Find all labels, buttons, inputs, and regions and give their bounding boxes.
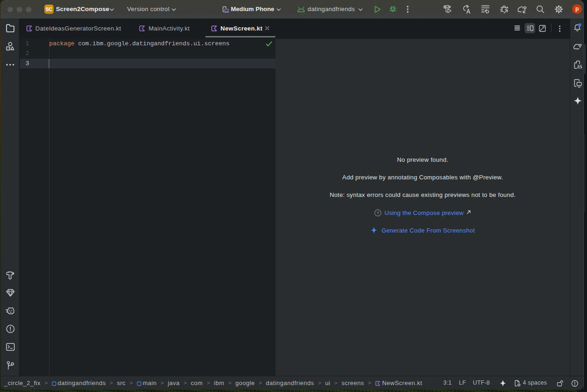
svg-text:?: ?: [377, 210, 379, 215]
